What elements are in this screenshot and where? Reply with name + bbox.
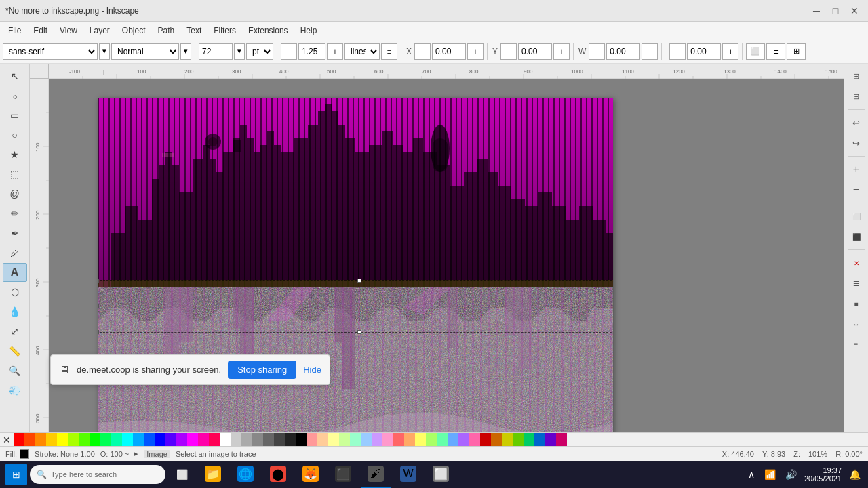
palette-color-swatch[interactable] [307,433,317,447]
palette-color-swatch[interactable] [502,433,513,447]
menu-filters[interactable]: Filters [208,24,241,37]
palette-color-swatch[interactable] [198,433,209,447]
palette-color-swatch[interactable] [111,433,122,447]
x-input[interactable] [432,43,466,60]
rpanel-zoom-out[interactable]: − [847,180,866,199]
palette-color-swatch[interactable] [361,433,372,447]
rpanel-view1[interactable]: ⬜ [847,207,866,226]
start-button[interactable]: ⊞ [5,464,27,485]
palette-color-swatch[interactable] [437,433,448,447]
w-input[interactable] [606,43,640,60]
tool-ellipse[interactable]: ○ [3,125,27,144]
minimize-button[interactable]: ─ [808,3,825,19]
palette-color-swatch[interactable] [296,433,307,447]
palette-color-swatch[interactable] [241,433,252,447]
tool-spiral[interactable]: @ [3,184,27,203]
font-size-input[interactable]: 72 [199,43,233,60]
menu-path[interactable]: Path [153,24,180,37]
palette-color-swatch[interactable] [317,433,328,447]
notifications-icon[interactable]: 🔔 [847,469,863,480]
tool-zoom[interactable]: 🔍 [3,361,27,380]
menu-help[interactable]: Help [295,24,323,37]
tool-dropper[interactable]: 💧 [3,302,27,321]
menu-text[interactable]: Text [181,24,207,37]
palette-color-swatch[interactable] [556,433,567,447]
tool-connector[interactable]: ⤢ [3,322,27,341]
palette-color-swatch[interactable] [14,433,24,447]
stop-sharing-button[interactable]: Stop sharing [228,361,296,379]
font-family-select[interactable]: sans-serif [3,43,98,60]
w-plus[interactable]: + [642,43,658,60]
tool-node[interactable]: ⬦ [3,86,27,105]
h-input[interactable] [687,43,721,60]
tool-rect[interactable]: ▭ [3,106,27,125]
palette-color-swatch[interactable] [220,433,231,447]
palette-color-swatch[interactable] [448,433,458,447]
tool-text[interactable]: A [3,263,27,282]
taskbar-app-explorer[interactable]: 📁 [198,461,228,488]
maximize-button[interactable]: □ [827,3,844,19]
palette-color-swatch[interactable] [382,433,393,447]
x-minus[interactable]: − [414,43,431,60]
canvas-area[interactable]: -100 | 100 200 300 400 500 600 700 800 9… [30,64,844,432]
menu-view[interactable]: View [54,24,83,37]
palette-color-swatch[interactable] [372,433,382,447]
palette-color-swatch[interactable] [274,433,285,447]
rpanel-xml[interactable]: ✕ [847,253,866,272]
palette-color-swatch[interactable] [513,433,524,447]
palette-color-swatch[interactable] [187,433,198,447]
close-button[interactable]: ✕ [846,3,863,19]
unit-select[interactable]: pt [246,43,273,60]
palette-color-swatch[interactable] [68,433,79,447]
palette-color-swatch[interactable] [100,433,111,447]
palette-color-swatch[interactable] [122,433,133,447]
menu-object[interactable]: Object [117,24,151,37]
rpanel-fill[interactable]: ■ [847,294,866,313]
palette-color-swatch[interactable] [90,433,100,447]
rpanel-view2[interactable]: ⬛ [847,227,866,246]
taskbar-search[interactable]: 🔍 Type here to search [30,465,165,484]
palette-color-swatch[interactable] [350,433,361,447]
palette-color-swatch[interactable] [57,433,68,447]
rpanel-btn4[interactable]: ↪ [847,134,866,152]
show-hidden-icon[interactable]: ∧ [746,469,757,480]
palette-color-swatch[interactable] [35,433,46,447]
rpanel-snap2[interactable]: ⊟ [847,87,866,106]
x-plus[interactable]: + [467,43,484,60]
network-icon[interactable]: 📶 [762,469,778,480]
rpanel-layer[interactable]: ☰ [847,274,866,293]
menu-layer[interactable]: Layer [84,24,115,37]
palette-color-swatch[interactable] [263,433,274,447]
extra-btn-2[interactable]: ≣ [766,43,785,60]
taskbar-app-chrome[interactable]: ⬤ [263,461,293,488]
rpanel-transform[interactable]: ↔ [847,314,866,333]
line-height-input[interactable] [298,43,326,60]
palette-color-swatch[interactable] [144,433,155,447]
palette-color-swatch[interactable] [415,433,426,447]
palette-color-swatch[interactable] [404,433,415,447]
tool-measure[interactable]: 📏 [3,342,27,361]
palette-color-swatch[interactable] [545,433,556,447]
y-minus[interactable]: − [500,43,517,60]
taskbar-app-edge[interactable]: 🌐 [231,461,260,488]
rpanel-snap1[interactable]: ⊞ [847,66,866,85]
fill-color-swatch[interactable] [20,449,29,459]
tool-3d[interactable]: ⬚ [3,165,27,184]
volume-icon[interactable]: 🔊 [783,469,799,480]
extra-btn-3[interactable]: ⊞ [787,43,806,60]
font-size-dropdown[interactable]: ▾ [234,43,245,60]
palette-color-swatch[interactable] [534,433,545,447]
line-height-unit-select[interactable]: lines [344,43,380,60]
palette-color-swatch[interactable] [426,433,437,447]
line-height-plus[interactable]: + [327,43,343,60]
line-height-minus[interactable]: − [281,43,297,60]
align-btn-1[interactable]: ≡ [381,43,397,60]
tool-calligraphy[interactable]: 🖊 [3,243,27,262]
palette-color-swatch[interactable] [155,433,165,447]
taskbar-app-inkscape[interactable]: 🖌 [361,461,391,488]
menu-extensions[interactable]: Extensions [243,24,294,37]
taskbar-app-terminal[interactable]: ⬛ [328,461,358,488]
palette-color-swatch[interactable] [46,433,57,447]
palette-color-swatch[interactable] [524,433,534,447]
palette-color-swatch[interactable] [339,433,350,447]
